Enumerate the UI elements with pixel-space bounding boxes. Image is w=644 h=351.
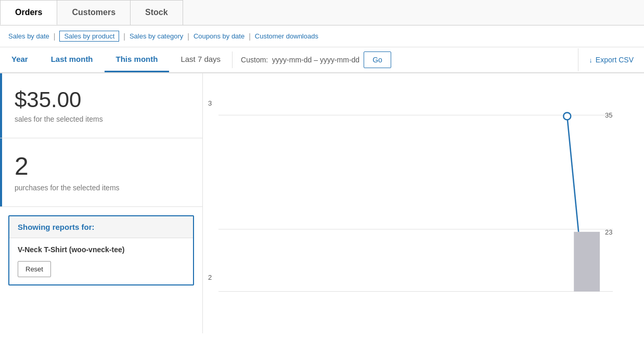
- reports-box-body: V-Neck T-Shirt (woo-vneck-tee) Reset: [9, 238, 193, 284]
- purchases-stat-block: 2 purchases for the selected items: [0, 138, 202, 207]
- sub-nav-customer-downloads[interactable]: Customer downloads: [255, 32, 318, 40]
- custom-date-range: Custom: yyyy-mm-dd – yyyy-mm-dd Go: [232, 51, 578, 68]
- sub-nav-sales-by-date[interactable]: Sales by date: [8, 32, 49, 40]
- date-btn-this-month[interactable]: This month: [105, 47, 170, 72]
- top-tab-bar: Orders Customers Stock: [0, 0, 644, 25]
- sales-value: $35.00: [15, 88, 188, 112]
- reset-button[interactable]: Reset: [18, 261, 51, 277]
- sales-label: sales for the selected items: [15, 115, 188, 123]
- reports-for-label: Showing reports for:: [18, 223, 95, 231]
- chart-y-value-bottom: 23.80: [605, 228, 613, 236]
- svg-line-3: [567, 116, 578, 231]
- sub-nav-sep-4: |: [249, 32, 251, 41]
- reports-for-box: Showing reports for: V-Neck T-Shirt (woo…: [8, 215, 194, 285]
- sub-nav-sales-by-product[interactable]: Sales by product: [59, 31, 119, 42]
- sub-nav-bar: Sales by date | Sales by product | Sales…: [0, 25, 644, 47]
- date-btn-last-month[interactable]: Last month: [40, 47, 105, 72]
- sub-nav-sales-by-category[interactable]: Sales by category: [130, 32, 183, 40]
- reports-box-header: Showing reports for:: [9, 216, 193, 238]
- chart-svg: 35.70 23.80: [218, 84, 613, 302]
- chart-bar: [574, 232, 600, 292]
- sub-nav-sep-2: |: [123, 32, 125, 41]
- chart-area: 3 2 35.70 23.80: [203, 73, 644, 333]
- custom-placeholder: yyyy-mm-dd – yyyy-mm-dd: [272, 56, 359, 64]
- y-axis-label-2: 2: [208, 274, 212, 281]
- sub-nav-sep-3: |: [187, 32, 189, 41]
- chart-y-value-top: 35.70: [605, 111, 613, 119]
- main-content: $35.00 sales for the selected items 2 pu…: [0, 73, 644, 333]
- tab-orders[interactable]: Orders: [0, 0, 57, 25]
- y-axis-label-3: 3: [208, 99, 212, 107]
- product-name: V-Neck T-Shirt (woo-vneck-tee): [18, 245, 185, 254]
- tab-customers[interactable]: Customers: [57, 0, 131, 25]
- date-btn-last-7-days[interactable]: Last 7 days: [169, 47, 232, 72]
- tab-stock[interactable]: Stock: [130, 0, 183, 25]
- custom-label: Custom:: [241, 56, 268, 64]
- purchases-label: purchases for the selected items: [15, 184, 188, 192]
- sub-nav-sep-1: |: [54, 32, 56, 41]
- download-icon: ↓: [589, 56, 593, 64]
- date-btn-year[interactable]: Year: [0, 47, 40, 72]
- sub-nav-coupons-by-date[interactable]: Coupons by date: [194, 32, 244, 40]
- export-csv-button[interactable]: ↓ Export CSV: [578, 48, 644, 71]
- left-panel: $35.00 sales for the selected items 2 pu…: [0, 73, 203, 333]
- chart-data-point: [563, 112, 571, 120]
- export-label: Export CSV: [596, 56, 634, 64]
- purchases-value: 2: [15, 153, 188, 180]
- date-filter-bar: Year Last month This month Last 7 days C…: [0, 47, 644, 73]
- go-button[interactable]: Go: [364, 51, 391, 68]
- sales-stat-block: $35.00 sales for the selected items: [0, 73, 202, 138]
